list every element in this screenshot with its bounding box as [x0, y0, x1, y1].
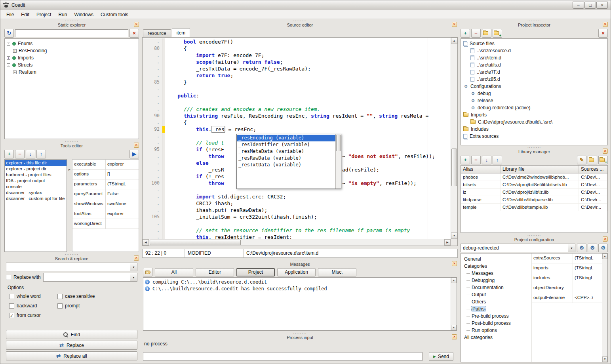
- code-line[interactable]: . bool encodee7F(): [143, 38, 451, 45]
- popup-scroll-thumb[interactable]: [336, 135, 341, 151]
- tool-property-row[interactable]: queryParametFalse: [72, 189, 139, 199]
- code-line[interactable]: 90 this(string resFile, ResEncoding resE…: [143, 112, 451, 119]
- move-tool-down-button[interactable]: ↓: [26, 150, 35, 158]
- tool-list-item[interactable]: dscanner - custom opt for file: [5, 196, 67, 202]
- remove-library-button[interactable]: −: [471, 156, 481, 164]
- code-line[interactable]: .: [143, 86, 451, 92]
- inspector-node[interactable]: Includes: [461, 126, 607, 133]
- code-line[interactable]: 85 }: [143, 79, 451, 86]
- expand-toggle-icon[interactable]: +: [13, 49, 17, 53]
- tool-property-row[interactable]: parameters(TStringL: [72, 179, 139, 189]
- filter-editor-button[interactable]: Editor: [196, 268, 234, 276]
- close-panel-icon[interactable]: ×: [134, 22, 139, 27]
- dropdown-arrow-icon[interactable]: ▼: [568, 244, 575, 252]
- move-tool-up-button[interactable]: ↑: [36, 150, 46, 158]
- code-line[interactable]: . /// creates and encodes a new resource…: [143, 106, 451, 112]
- run-tool-button[interactable]: ▶: [129, 150, 139, 158]
- inspector-node[interactable]: ⚙debug: [461, 90, 607, 97]
- find-button[interactable]: Find: [6, 330, 137, 339]
- config-property-row[interactable]: imports(TStringL: [532, 263, 602, 273]
- close-panel-icon[interactable]: ×: [452, 261, 457, 266]
- inspector-node[interactable]: Imports: [461, 111, 607, 118]
- scroll-right-icon[interactable]: ▶: [444, 239, 451, 246]
- config-category[interactable]: Messages: [461, 270, 523, 277]
- config-category[interactable]: All categories: [461, 334, 523, 341]
- option-case-sensitive[interactable]: case sensitive: [57, 293, 140, 299]
- inspector-node[interactable]: Extra sources: [461, 133, 607, 140]
- config-category[interactable]: Pre-build process: [461, 313, 523, 320]
- tools-list[interactable]: explorer - this file direxplorer - proje…: [4, 159, 67, 252]
- menu-item-windows[interactable]: Windows: [70, 11, 97, 19]
- replace-button[interactable]: ⇄ Replace: [6, 341, 137, 350]
- scroll-down-icon[interactable]: ▼: [451, 325, 457, 330]
- replace-all-button[interactable]: ⇄ Replace all: [6, 351, 137, 360]
- collapse-grid-icon[interactable]: ▸: [67, 159, 72, 252]
- tool-list-item[interactable]: explorer - project dir: [5, 166, 67, 172]
- config-category[interactable]: Documentation: [461, 284, 523, 291]
- tool-property-row[interactable]: toolAliasexplorer: [72, 209, 139, 219]
- static-explorer-tree[interactable]: -Enums+ResEncoding+Imports-Structs+ResIt…: [4, 38, 139, 139]
- completion-item[interactable]: _resTxtData (variable): [237, 162, 335, 168]
- clear-filter-button[interactable]: ×: [598, 29, 608, 38]
- close-panel-icon[interactable]: ×: [603, 22, 608, 27]
- completion-list[interactable]: _resEncoding (variable)_resIdentifier (v…: [237, 134, 335, 189]
- config-category[interactable]: Run options: [461, 327, 523, 334]
- option-from-cursor[interactable]: ✓from cursor: [9, 313, 57, 318]
- configuration-category-tree[interactable]: GeneralCategoriesMessagesDebuggingDocume…: [461, 253, 523, 362]
- remove-source-button[interactable]: −: [471, 29, 481, 38]
- scroll-down-icon[interactable]: ▼: [451, 233, 457, 239]
- configuration-scrollbar[interactable]: ▲ ▼: [602, 253, 607, 362]
- editor-vertical-scrollbar[interactable]: ▲ ▼: [451, 38, 457, 239]
- checkbox-icon[interactable]: [9, 294, 14, 299]
- static-explorer-node[interactable]: +ResItem: [5, 69, 139, 76]
- add-library-button[interactable]: +: [461, 156, 470, 164]
- messages-list[interactable]: icompiling C:\...\build\resource.d.coedi…: [143, 278, 451, 330]
- inspector-node[interactable]: C:\Dev\dproj\resource.d\build\..\src\: [461, 118, 607, 126]
- close-panel-icon[interactable]: ×: [603, 236, 608, 242]
- inspector-node[interactable]: ⚙release: [461, 97, 607, 104]
- completion-item[interactable]: _resEncoding (variable): [237, 135, 335, 141]
- static-explorer-node[interactable]: +ResEncoding: [5, 47, 139, 54]
- sync-configuration-button[interactable]: ⚙: [577, 244, 586, 252]
- filter-application-button[interactable]: Application: [277, 268, 316, 276]
- config-category[interactable]: Paths: [461, 305, 523, 313]
- editor-tab-resource[interactable]: resource: [143, 29, 171, 37]
- library-row[interactable]: bitsetsC:\Dev\dproj\bitSet\lib\bitsets.l…: [461, 181, 607, 189]
- config-property-row[interactable]: extraSources(TStringL: [532, 253, 602, 263]
- code-line[interactable]: 80 {: [143, 45, 451, 52]
- code-line[interactable]: . CRC32 ihash;: [143, 200, 451, 207]
- scroll-down-icon[interactable]: ▼: [602, 356, 607, 362]
- config-property-row[interactable]: outputFilename<CPP>..\: [532, 293, 602, 303]
- scroll-up-icon[interactable]: ▲: [451, 278, 457, 283]
- scroll-left-icon[interactable]: ◀: [143, 239, 149, 246]
- config-category[interactable]: Post-build process: [461, 320, 523, 327]
- scroll-up-icon[interactable]: ▲: [451, 38, 457, 44]
- clear-filter-button[interactable]: ×: [129, 29, 139, 38]
- column-header[interactable]: Alias: [461, 166, 501, 173]
- code-line[interactable]: . import std.digest.crc: CRC32;: [143, 193, 451, 200]
- tool-list-item[interactable]: dscanner - syntax: [5, 190, 67, 196]
- remove-tool-button[interactable]: −: [15, 150, 25, 158]
- add-source-button[interactable]: +: [461, 29, 470, 38]
- configuration-property-grid[interactable]: extraSources(TStringLimports(TStringLinc…: [531, 253, 602, 362]
- checkbox-icon[interactable]: ✓: [9, 313, 14, 318]
- add-configuration-button[interactable]: ⚙: [588, 244, 597, 252]
- code-line[interactable]: . return true;: [143, 72, 451, 79]
- messages-scrollbar[interactable]: ▲ ▼: [451, 278, 457, 330]
- collapse-toggle-icon[interactable]: -: [7, 42, 10, 46]
- search-term-combo[interactable]: ▼: [6, 263, 137, 271]
- close-panel-icon[interactable]: ×: [603, 149, 608, 154]
- dropdown-arrow-icon[interactable]: ▼: [130, 273, 137, 281]
- library-row[interactable]: izC:\Dev\dproj\iz\lib\iz.libC:\Dev\...: [461, 189, 607, 196]
- checkbox-icon[interactable]: [57, 294, 63, 299]
- expand-toggle-icon[interactable]: +: [7, 56, 10, 60]
- code-line[interactable]: 92 this._res = resEnc;: [143, 126, 451, 133]
- inspector-node[interactable]: ⚙Configurations: [461, 83, 607, 90]
- tool-list-item[interactable]: IDA - project output: [5, 178, 67, 184]
- config-category[interactable]: Others: [461, 298, 523, 305]
- column-header[interactable]: Sources ...: [579, 166, 607, 173]
- config-category[interactable]: Output: [461, 291, 523, 298]
- menu-item-custom-tools[interactable]: Custom tools: [97, 11, 132, 19]
- library-table[interactable]: AliasLibrary fileSources ... phobosC:\De…: [461, 165, 608, 233]
- code-line[interactable]: . ihash.put(_resRawData);: [143, 207, 451, 213]
